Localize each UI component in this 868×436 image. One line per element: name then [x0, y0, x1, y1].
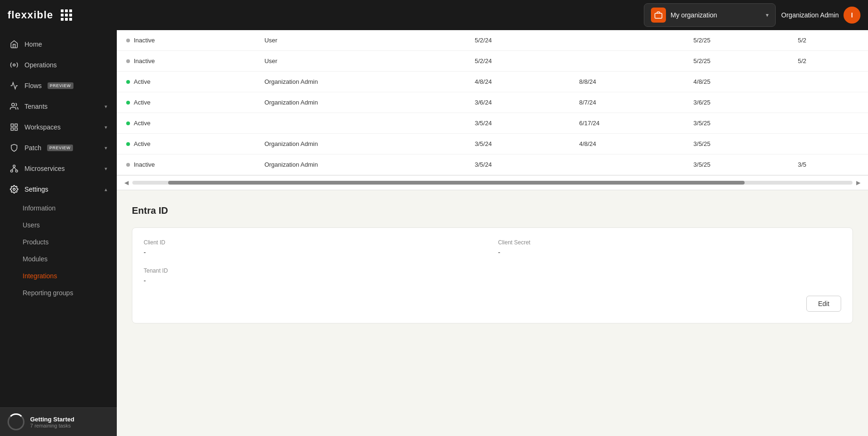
tenant-id-value: - [144, 277, 841, 284]
org-selector[interactable]: My organization ▾ [644, 3, 776, 27]
table-row: Active Organization Admin 3/5/24 4/8/24 … [117, 134, 868, 154]
content-area: Inactive User 5/2/24 5/2/25 5/2 Inactive… [117, 30, 868, 436]
role-cell: User [255, 51, 465, 72]
entra-section-title: Entra ID [132, 205, 853, 216]
status-text: Active [134, 120, 150, 127]
flows-preview-badge: PREVIEW [48, 82, 73, 89]
date-col3: 5/2/24 [465, 30, 570, 51]
status-dot [126, 59, 130, 63]
status-cell: Active [117, 113, 255, 134]
date-col5: 4/8/25 [684, 72, 788, 92]
sidebar-item-patch-label: Patch [24, 144, 41, 152]
scroll-bar-row: ◀ ▶ [117, 176, 868, 190]
svg-rect-3 [11, 124, 13, 126]
svg-point-8 [11, 170, 13, 172]
sidebar-item-home-label: Home [24, 40, 42, 48]
table-section: Inactive User 5/2/24 5/2/25 5/2 Inactive… [117, 30, 868, 176]
getting-started[interactable]: Getting Started 7 remaining tasks [0, 407, 117, 436]
client-id-label: Client ID [144, 239, 487, 246]
sidebar-item-settings[interactable]: Settings ▴ [0, 179, 117, 200]
sidebar-item-tenants[interactable]: Tenants ▾ [0, 96, 117, 117]
sidebar-item-patch[interactable]: Patch PREVIEW ▾ [0, 137, 117, 158]
gs-subtitle: 7 remaining tasks [30, 423, 109, 428]
sidebar-sub-products[interactable]: Products [0, 234, 117, 250]
sidebar-sub-reporting-groups[interactable]: Reporting groups [0, 284, 117, 301]
sidebar-item-flows[interactable]: Flows PREVIEW [0, 75, 117, 96]
user-name: Organization Admin [781, 11, 839, 19]
date-col3: 3/5/24 [465, 113, 570, 134]
svg-line-10 [12, 167, 14, 170]
status-text: Inactive [134, 37, 155, 44]
status-dot [126, 101, 130, 105]
scroll-thumb [168, 181, 744, 185]
org-selector-chevron: ▾ [766, 12, 769, 18]
date-col3: 3/5/24 [465, 134, 570, 154]
svg-rect-6 [15, 128, 17, 130]
date-col5: 5/2/25 [684, 30, 788, 51]
main-layout: Home Operations Flows PREVIEW [0, 30, 868, 436]
date-col6 [788, 72, 868, 92]
status-dot [126, 80, 130, 84]
svg-point-7 [13, 165, 16, 168]
client-secret-field: Client Secret - [498, 239, 842, 256]
date-col4 [570, 30, 684, 51]
date-col6 [788, 134, 868, 154]
scroll-left-arrow[interactable]: ◀ [124, 179, 129, 186]
sidebar-item-operations[interactable]: Operations [0, 55, 117, 75]
date-col5: 3/5/25 [684, 154, 788, 175]
tenant-id-row: Tenant ID - [144, 267, 841, 284]
svg-point-9 [16, 170, 18, 172]
sidebar-sub-users[interactable]: Users [0, 217, 117, 234]
role-cell: Organization Admin [255, 72, 465, 92]
header-right: My organization ▾ Organization Admin I [644, 3, 860, 27]
sidebar: Home Operations Flows PREVIEW [0, 30, 117, 436]
entra-actions: Edit [144, 296, 841, 312]
home-icon [9, 40, 19, 49]
sidebar-sub-modules-label: Modules [23, 255, 48, 263]
date-col4: 8/8/24 [570, 72, 684, 92]
patch-icon [9, 143, 19, 153]
logo: flexxible [8, 9, 53, 21]
date-col6: 5/2 [788, 51, 868, 72]
sidebar-sub-information-label: Information [23, 204, 56, 212]
svg-rect-0 [655, 13, 662, 18]
date-col4 [570, 51, 684, 72]
edit-button[interactable]: Edit [806, 296, 841, 312]
org-name: My organization [671, 11, 761, 19]
client-secret-label: Client Secret [498, 239, 842, 246]
svg-rect-5 [11, 128, 13, 130]
status-text: Inactive [134, 161, 155, 168]
status-cell: Active [117, 72, 255, 92]
sidebar-item-home[interactable]: Home [0, 34, 117, 55]
grid-menu-icon[interactable] [61, 9, 72, 21]
sidebar-item-workspaces[interactable]: Workspaces ▾ [0, 117, 117, 137]
sidebar-item-microservices[interactable]: Microservices ▾ [0, 158, 117, 179]
status-dot [126, 163, 130, 167]
client-id-field: Client ID - [144, 239, 487, 256]
sidebar-sub-integrations[interactable]: Integrations [0, 267, 117, 284]
date-col5: 3/5/25 [684, 134, 788, 154]
gs-text: Getting Started 7 remaining tasks [30, 416, 109, 428]
settings-icon [9, 185, 19, 194]
user-avatar[interactable]: I [844, 7, 860, 24]
sidebar-sub-information[interactable]: Information [0, 200, 117, 217]
org-icon [651, 8, 666, 23]
table-row: Active 3/5/24 6/17/24 3/5/25 [117, 113, 868, 134]
sidebar-item-settings-label: Settings [24, 186, 49, 193]
scroll-right-arrow[interactable]: ▶ [856, 179, 860, 186]
entra-section: Entra ID Client ID - Client Secret - Ten… [117, 190, 868, 339]
sidebar-item-tenants-label: Tenants [24, 103, 48, 110]
date-col3: 3/6/24 [465, 92, 570, 113]
svg-point-1 [13, 64, 16, 66]
status-dot [126, 39, 130, 42]
scroll-track[interactable] [132, 181, 852, 185]
sidebar-nav: Home Operations Flows PREVIEW [0, 30, 117, 407]
sidebar-item-workspaces-label: Workspaces [24, 123, 61, 131]
date-col3: 4/8/24 [465, 72, 570, 92]
table-row: Inactive Organization Admin 3/5/24 3/5/2… [117, 154, 868, 175]
status-cell: Active [117, 134, 255, 154]
tenants-chevron: ▾ [105, 104, 107, 110]
sidebar-sub-reporting-groups-label: Reporting groups [23, 289, 73, 297]
sidebar-sub-modules[interactable]: Modules [0, 250, 117, 267]
user-section: Organization Admin I [781, 7, 860, 24]
